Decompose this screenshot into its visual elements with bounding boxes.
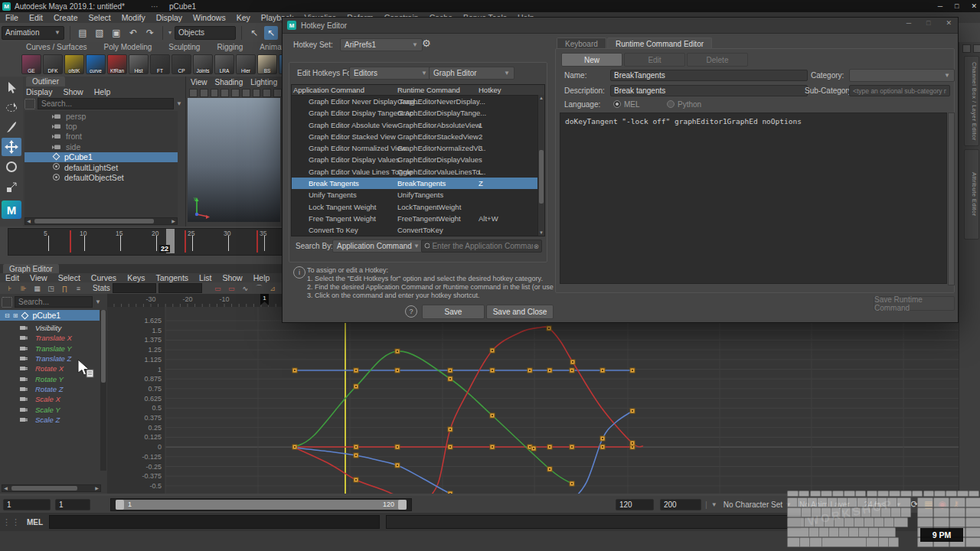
menu-create[interactable]: Create bbox=[48, 12, 83, 23]
description-field[interactable]: Break tangents bbox=[610, 85, 808, 96]
sidebar-tab-2[interactable]: Attribute Editor bbox=[964, 149, 979, 240]
table-row[interactable]: Lock Tangent WeightLockTangentWeight bbox=[292, 201, 544, 213]
python-radio[interactable] bbox=[667, 100, 675, 108]
edit-button[interactable]: Edit bbox=[624, 53, 685, 67]
ge-tool-icon[interactable]: ≡ bbox=[73, 284, 84, 293]
scroll-left-icon[interactable]: ◀ bbox=[2, 485, 9, 491]
ge-tool-icon[interactable]: ∿ bbox=[240, 284, 251, 293]
hotkey-table-header[interactable]: Application CommandRuntime CommandHotkey bbox=[292, 85, 544, 96]
new-scene-icon[interactable]: ▤ bbox=[76, 26, 90, 40]
viewport-menu-view[interactable]: View bbox=[191, 78, 207, 88]
dialog-close-icon[interactable]: ✕ bbox=[946, 19, 952, 27]
viewport-menu-lighting[interactable]: Lighting bbox=[250, 78, 277, 88]
scroll-right-icon[interactable]: ▶ bbox=[93, 485, 100, 491]
anim-start-field[interactable] bbox=[3, 499, 51, 510]
table-row[interactable]: Unify TangentsUnifyTangents bbox=[292, 189, 544, 201]
ge-menu-list[interactable]: List bbox=[194, 273, 217, 282]
table-row[interactable]: Break TangentsBreakTangentsZ bbox=[292, 178, 544, 189]
viewport-icon[interactable] bbox=[253, 89, 261, 97]
scroll-left-icon[interactable]: ◀ bbox=[25, 218, 32, 224]
menu-edit[interactable]: Edit bbox=[24, 12, 48, 23]
close-icon[interactable]: ✕ bbox=[971, 0, 977, 12]
menu-modify[interactable]: Modify bbox=[116, 12, 151, 23]
menu-select[interactable]: Select bbox=[83, 12, 116, 23]
ge-tool-icon[interactable]: ◳ bbox=[45, 284, 57, 293]
scale-tool[interactable] bbox=[2, 178, 21, 196]
menu-windows[interactable]: Windows bbox=[188, 12, 231, 23]
character-set-label[interactable]: No Character Set bbox=[724, 500, 782, 509]
collapse-icon[interactable]: ⊟ bbox=[5, 312, 10, 319]
scroll-up-icon[interactable]: ▲ bbox=[538, 95, 544, 101]
table-row[interactable]: Free Tangent WeightFreeTangentWeightAlt+… bbox=[292, 213, 544, 224]
viewport-panel[interactable]: ViewShadingLightingShow y bbox=[186, 77, 282, 227]
attribute-editor-icon[interactable] bbox=[973, 44, 980, 53]
playback-end-field[interactable] bbox=[616, 499, 654, 510]
outliner-item-side[interactable]: side bbox=[24, 142, 178, 152]
viewport-icon[interactable] bbox=[273, 89, 282, 97]
shelf-button-curve[interactable]: curve bbox=[86, 54, 106, 74]
channel-translate-y[interactable]: Translate Y bbox=[0, 344, 100, 354]
ge-root-item[interactable]: ⊟ ⊞ pCube1 bbox=[0, 310, 100, 321]
command-language-label[interactable]: MEL bbox=[27, 518, 43, 527]
range-start-handle[interactable] bbox=[116, 500, 124, 510]
shelf-tab[interactable]: Poly Modeling bbox=[103, 43, 152, 53]
ge-menu-curves[interactable]: Curves bbox=[86, 273, 122, 282]
category-dropdown[interactable]: ▼ bbox=[849, 69, 955, 82]
code-scrollbar[interactable] bbox=[948, 112, 955, 285]
charset-dropdown-icon[interactable]: ▼ bbox=[711, 501, 717, 508]
graph-editor-curve-area[interactable]: 1.6251.51.3751.251.12510.8750.750.6250.5… bbox=[107, 294, 962, 494]
ge-menu-show[interactable]: Show bbox=[217, 273, 247, 282]
shelf-tab[interactable]: Sculpting bbox=[168, 43, 200, 53]
stats-field-2[interactable] bbox=[158, 283, 202, 293]
ge-tool-icon[interactable]: ⊦ bbox=[4, 284, 15, 293]
hotkey-category-dropdown[interactable]: Graph Editor▼ bbox=[429, 67, 514, 80]
select-hierarchy-icon[interactable]: ↖ bbox=[247, 26, 261, 40]
maximize-icon[interactable]: □ bbox=[955, 0, 959, 12]
mask-dropdown-icon[interactable]: ▾ bbox=[168, 29, 172, 36]
ge-menu-keys[interactable]: Keys bbox=[122, 273, 150, 282]
scroll-right-icon[interactable]: ▶ bbox=[170, 218, 177, 224]
outliner-menu-help[interactable]: Help bbox=[94, 87, 111, 96]
ge-menu-view[interactable]: View bbox=[24, 273, 53, 282]
menu-set-dropdown[interactable]: Animation▼ bbox=[2, 26, 64, 40]
menu-display[interactable]: Display bbox=[151, 12, 188, 23]
hotkey-set-dropdown[interactable]: AriPrefs1▼ bbox=[340, 38, 423, 51]
shelf-button-Joints[interactable]: Joints bbox=[193, 54, 213, 74]
shelf-button-CP[interactable]: CP bbox=[172, 54, 191, 74]
channel-scale-y[interactable]: Scale Y bbox=[0, 404, 100, 414]
dialog-maximize-icon[interactable]: □ bbox=[926, 19, 930, 27]
shelf-button-FT[interactable]: FT bbox=[150, 54, 170, 74]
ge-vscrollbar[interactable] bbox=[100, 310, 106, 471]
ge-tool-icon[interactable]: ▭ bbox=[212, 284, 224, 293]
column-header[interactable]: Runtime Command bbox=[397, 86, 460, 94]
ge-tool-icon[interactable]: ∏ bbox=[59, 284, 70, 293]
ge-menu-tangents[interactable]: Tangents bbox=[150, 273, 194, 282]
outliner-item-top[interactable]: top bbox=[24, 121, 178, 131]
outliner-hscrollbar[interactable]: ◀ ▶ bbox=[24, 217, 178, 225]
ge-tool-icon[interactable]: ▦ bbox=[31, 284, 43, 293]
name-field[interactable]: BreakTangents bbox=[610, 70, 808, 81]
hotkey-table-scrollbar[interactable]: ▲ ▼ bbox=[537, 95, 544, 236]
lasso-tool[interactable] bbox=[2, 98, 21, 116]
ge-menu-help[interactable]: Help bbox=[248, 273, 276, 282]
rotate-tool[interactable] bbox=[2, 158, 21, 176]
shelf-button-KfRan[interactable]: KfRan bbox=[107, 54, 127, 74]
ge-tool-icon[interactable]: ▭ bbox=[226, 284, 237, 293]
ge-tool-icon[interactable]: ⌒ bbox=[253, 284, 265, 293]
shelf-button-Hier[interactable]: Hier bbox=[236, 54, 256, 74]
channel-visibility[interactable]: Visibility bbox=[0, 323, 100, 333]
table-row[interactable]: Graph Editor Display Tangent Ac...GraphE… bbox=[292, 107, 544, 119]
outliner-item-pCube1[interactable]: pCube1 bbox=[24, 152, 178, 162]
ge-menu-edit[interactable]: Edit bbox=[0, 273, 24, 282]
outliner-item-front[interactable]: front bbox=[24, 132, 178, 142]
help-icon[interactable]: ? bbox=[405, 305, 417, 318]
scroll-down-icon[interactable]: ▼ bbox=[538, 230, 544, 236]
playback-start-field[interactable] bbox=[55, 499, 90, 510]
shelf-button-ofstK[interactable]: ofstK bbox=[64, 54, 84, 74]
undo-icon[interactable]: ↶ bbox=[126, 26, 140, 40]
filter-icon[interactable] bbox=[24, 99, 35, 109]
edit-hotkeys-for-dropdown[interactable]: Editors▼ bbox=[349, 67, 432, 80]
menu-key[interactable]: Key bbox=[231, 12, 256, 23]
mel-radio[interactable] bbox=[613, 100, 621, 108]
shelf-button-LRA[interactable]: LRA bbox=[214, 54, 234, 74]
